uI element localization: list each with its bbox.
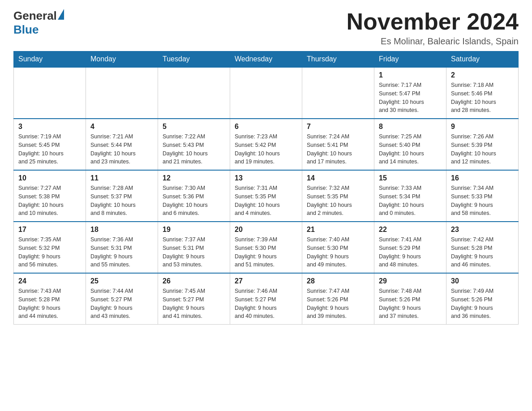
calendar-cell: 29Sunrise: 7:48 AM Sunset: 5:26 PM Dayli…	[374, 273, 446, 325]
calendar-cell: 17Sunrise: 7:35 AM Sunset: 5:32 PM Dayli…	[14, 222, 86, 273]
day-number: 12	[163, 174, 225, 182]
day-info: Sunrise: 7:26 AM Sunset: 5:39 PM Dayligh…	[451, 133, 514, 166]
weekday-header-saturday: Saturday	[446, 51, 519, 68]
day-number: 26	[163, 277, 225, 285]
calendar-cell: 18Sunrise: 7:36 AM Sunset: 5:31 PM Dayli…	[86, 222, 158, 273]
month-title: November 2024	[347, 9, 519, 34]
weekday-header-wednesday: Wednesday	[230, 51, 302, 68]
day-info: Sunrise: 7:37 AM Sunset: 5:31 PM Dayligh…	[163, 235, 225, 269]
calendar-cell: 10Sunrise: 7:27 AM Sunset: 5:38 PM Dayli…	[14, 170, 86, 222]
day-info: Sunrise: 7:33 AM Sunset: 5:34 PM Dayligh…	[379, 184, 442, 218]
day-number: 3	[18, 123, 81, 131]
calendar-cell: 19Sunrise: 7:37 AM Sunset: 5:31 PM Dayli…	[158, 222, 230, 273]
calendar-cell: 5Sunrise: 7:22 AM Sunset: 5:43 PM Daylig…	[158, 119, 230, 170]
calendar-cell: 22Sunrise: 7:41 AM Sunset: 5:29 PM Dayli…	[374, 222, 446, 273]
day-number: 11	[90, 174, 153, 182]
day-number: 13	[235, 174, 297, 182]
calendar-cell: 28Sunrise: 7:47 AM Sunset: 5:26 PM Dayli…	[302, 273, 374, 325]
day-info: Sunrise: 7:24 AM Sunset: 5:41 PM Dayligh…	[307, 133, 369, 166]
title-block: November 2024 Es Molinar, Balearic Islan…	[347, 9, 519, 47]
calendar-cell: 20Sunrise: 7:39 AM Sunset: 5:30 PM Dayli…	[230, 222, 302, 273]
calendar-table: SundayMondayTuesdayWednesdayThursdayFrid…	[13, 51, 519, 325]
calendar-cell	[158, 67, 230, 119]
calendar-cell: 8Sunrise: 7:25 AM Sunset: 5:40 PM Daylig…	[374, 119, 446, 170]
calendar-cell: 11Sunrise: 7:28 AM Sunset: 5:37 PM Dayli…	[86, 170, 158, 222]
calendar-cell: 4Sunrise: 7:21 AM Sunset: 5:44 PM Daylig…	[86, 119, 158, 170]
day-number: 17	[18, 226, 81, 234]
calendar-week-3: 10Sunrise: 7:27 AM Sunset: 5:38 PM Dayli…	[14, 170, 519, 222]
day-number: 6	[235, 123, 297, 131]
logo: General Blue	[13, 9, 64, 37]
day-info: Sunrise: 7:34 AM Sunset: 5:33 PM Dayligh…	[451, 184, 514, 218]
calendar-cell: 25Sunrise: 7:44 AM Sunset: 5:27 PM Dayli…	[86, 273, 158, 325]
day-info: Sunrise: 7:30 AM Sunset: 5:36 PM Dayligh…	[163, 184, 225, 218]
day-info: Sunrise: 7:23 AM Sunset: 5:42 PM Dayligh…	[235, 133, 297, 166]
day-info: Sunrise: 7:44 AM Sunset: 5:27 PM Dayligh…	[90, 287, 153, 321]
day-number: 19	[163, 226, 225, 234]
day-info: Sunrise: 7:43 AM Sunset: 5:28 PM Dayligh…	[18, 287, 81, 321]
day-info: Sunrise: 7:31 AM Sunset: 5:35 PM Dayligh…	[235, 184, 297, 218]
day-info: Sunrise: 7:21 AM Sunset: 5:44 PM Dayligh…	[90, 133, 153, 166]
weekday-header-sunday: Sunday	[14, 51, 86, 68]
day-number: 28	[307, 277, 369, 285]
weekday-header-tuesday: Tuesday	[158, 51, 230, 68]
day-info: Sunrise: 7:41 AM Sunset: 5:29 PM Dayligh…	[379, 235, 442, 269]
calendar-cell: 6Sunrise: 7:23 AM Sunset: 5:42 PM Daylig…	[230, 119, 302, 170]
calendar-week-5: 24Sunrise: 7:43 AM Sunset: 5:28 PM Dayli…	[14, 273, 519, 325]
day-info: Sunrise: 7:40 AM Sunset: 5:30 PM Dayligh…	[307, 235, 369, 269]
calendar-week-4: 17Sunrise: 7:35 AM Sunset: 5:32 PM Dayli…	[14, 222, 519, 273]
day-info: Sunrise: 7:39 AM Sunset: 5:30 PM Dayligh…	[235, 235, 297, 269]
day-info: Sunrise: 7:48 AM Sunset: 5:26 PM Dayligh…	[379, 287, 442, 321]
day-number: 15	[379, 174, 442, 182]
day-number: 25	[90, 277, 153, 285]
calendar-cell: 30Sunrise: 7:49 AM Sunset: 5:26 PM Dayli…	[446, 273, 519, 325]
day-number: 23	[451, 226, 514, 234]
day-number: 30	[451, 277, 514, 285]
day-info: Sunrise: 7:28 AM Sunset: 5:37 PM Dayligh…	[90, 184, 153, 218]
day-number: 9	[451, 123, 514, 131]
day-number: 2	[451, 71, 514, 79]
calendar-cell	[302, 67, 374, 119]
day-info: Sunrise: 7:35 AM Sunset: 5:32 PM Dayligh…	[18, 235, 81, 269]
day-info: Sunrise: 7:19 AM Sunset: 5:45 PM Dayligh…	[18, 133, 81, 166]
day-info: Sunrise: 7:42 AM Sunset: 5:28 PM Dayligh…	[451, 235, 514, 269]
weekday-header-thursday: Thursday	[302, 51, 374, 68]
calendar-cell: 7Sunrise: 7:24 AM Sunset: 5:41 PM Daylig…	[302, 119, 374, 170]
day-info: Sunrise: 7:47 AM Sunset: 5:26 PM Dayligh…	[307, 287, 369, 321]
calendar-cell: 9Sunrise: 7:26 AM Sunset: 5:39 PM Daylig…	[446, 119, 519, 170]
day-info: Sunrise: 7:17 AM Sunset: 5:47 PM Dayligh…	[379, 81, 442, 115]
day-info: Sunrise: 7:18 AM Sunset: 5:46 PM Dayligh…	[451, 81, 514, 115]
day-info: Sunrise: 7:36 AM Sunset: 5:31 PM Dayligh…	[90, 235, 153, 269]
day-info: Sunrise: 7:45 AM Sunset: 5:27 PM Dayligh…	[163, 287, 225, 321]
logo-general: General	[13, 9, 57, 23]
calendar-cell: 13Sunrise: 7:31 AM Sunset: 5:35 PM Dayli…	[230, 170, 302, 222]
day-number: 29	[379, 277, 442, 285]
day-number: 8	[379, 123, 442, 131]
day-info: Sunrise: 7:32 AM Sunset: 5:35 PM Dayligh…	[307, 184, 369, 218]
day-number: 21	[307, 226, 369, 234]
day-number: 14	[307, 174, 369, 182]
page-header: General Blue November 2024 Es Molinar, B…	[13, 9, 519, 47]
calendar-week-2: 3Sunrise: 7:19 AM Sunset: 5:45 PM Daylig…	[14, 119, 519, 170]
day-number: 24	[18, 277, 81, 285]
calendar-week-1: 1Sunrise: 7:17 AM Sunset: 5:47 PM Daylig…	[14, 67, 519, 119]
calendar-cell: 16Sunrise: 7:34 AM Sunset: 5:33 PM Dayli…	[446, 170, 519, 222]
calendar-cell: 24Sunrise: 7:43 AM Sunset: 5:28 PM Dayli…	[14, 273, 86, 325]
calendar-cell	[14, 67, 86, 119]
calendar-cell: 15Sunrise: 7:33 AM Sunset: 5:34 PM Dayli…	[374, 170, 446, 222]
day-info: Sunrise: 7:25 AM Sunset: 5:40 PM Dayligh…	[379, 133, 442, 166]
calendar-cell	[86, 67, 158, 119]
calendar-cell: 26Sunrise: 7:45 AM Sunset: 5:27 PM Dayli…	[158, 273, 230, 325]
calendar-cell: 21Sunrise: 7:40 AM Sunset: 5:30 PM Dayli…	[302, 222, 374, 273]
calendar-cell: 1Sunrise: 7:17 AM Sunset: 5:47 PM Daylig…	[374, 67, 446, 119]
day-info: Sunrise: 7:22 AM Sunset: 5:43 PM Dayligh…	[163, 133, 225, 166]
day-number: 18	[90, 226, 153, 234]
day-number: 7	[307, 123, 369, 131]
day-info: Sunrise: 7:49 AM Sunset: 5:26 PM Dayligh…	[451, 287, 514, 321]
day-number: 20	[235, 226, 297, 234]
weekday-header-friday: Friday	[374, 51, 446, 68]
day-number: 16	[451, 174, 514, 182]
day-number: 4	[90, 123, 153, 131]
day-info: Sunrise: 7:46 AM Sunset: 5:27 PM Dayligh…	[235, 287, 297, 321]
location: Es Molinar, Balearic Islands, Spain	[347, 36, 519, 47]
